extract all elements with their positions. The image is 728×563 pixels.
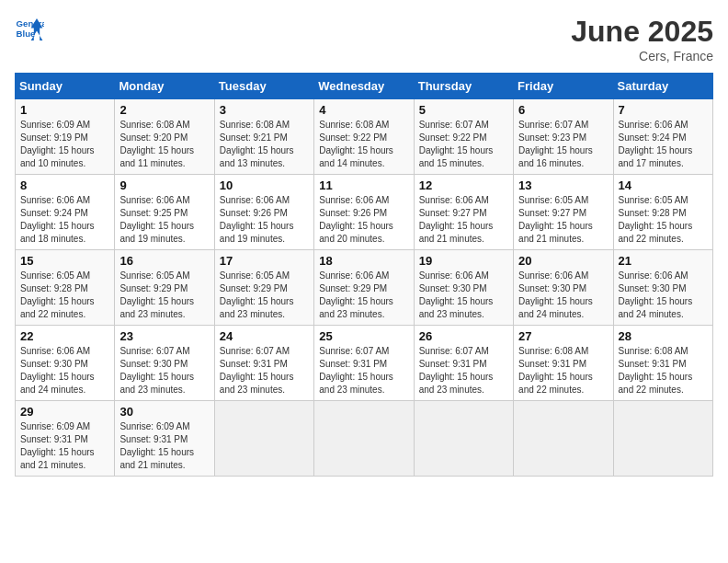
calendar-row: 29 Sunrise: 6:09 AM Sunset: 9:31 PM Dayl… <box>16 401 713 477</box>
day-cell: 28 Sunrise: 6:08 AM Sunset: 9:31 PM Dayl… <box>613 326 712 401</box>
calendar-row: 15 Sunrise: 6:05 AM Sunset: 9:28 PM Dayl… <box>16 250 713 326</box>
header-wednesday: Wednesday <box>314 74 414 99</box>
location: Cers, France <box>571 49 713 63</box>
day-cell: 13 Sunrise: 6:05 AM Sunset: 9:27 PM Dayl… <box>514 175 613 250</box>
title-area: June 2025 Cers, France <box>571 15 713 63</box>
day-cell: 4 Sunrise: 6:08 AM Sunset: 9:22 PM Dayli… <box>314 99 414 175</box>
weekday-header-row: Sunday Monday Tuesday Wednesday Thursday… <box>16 74 713 99</box>
day-cell: 19 Sunrise: 6:06 AM Sunset: 9:30 PM Dayl… <box>414 250 513 326</box>
day-cell: 18 Sunrise: 6:06 AM Sunset: 9:29 PM Dayl… <box>314 250 414 326</box>
day-cell: 6 Sunrise: 6:07 AM Sunset: 9:23 PM Dayli… <box>514 99 613 175</box>
header-tuesday: Tuesday <box>214 74 313 99</box>
header-saturday: Saturday <box>613 74 712 99</box>
day-cell: 8 Sunrise: 6:06 AM Sunset: 9:24 PM Dayli… <box>16 175 115 250</box>
calendar-row: 22 Sunrise: 6:06 AM Sunset: 9:30 PM Dayl… <box>16 326 713 401</box>
header-thursday: Thursday <box>414 74 513 99</box>
day-cell: 20 Sunrise: 6:06 AM Sunset: 9:30 PM Dayl… <box>514 250 613 326</box>
day-cell: 16 Sunrise: 6:05 AM Sunset: 9:29 PM Dayl… <box>115 250 214 326</box>
month-title: June 2025 <box>571 15 713 49</box>
empty-cell <box>214 401 313 477</box>
day-cell: 7 Sunrise: 6:06 AM Sunset: 9:24 PM Dayli… <box>613 99 712 175</box>
day-cell: 23 Sunrise: 6:07 AM Sunset: 9:30 PM Dayl… <box>115 326 214 401</box>
day-cell: 9 Sunrise: 6:06 AM Sunset: 9:25 PM Dayli… <box>115 175 214 250</box>
logo: General Blue <box>15 15 48 44</box>
empty-cell <box>314 401 414 477</box>
day-cell: 21 Sunrise: 6:06 AM Sunset: 9:30 PM Dayl… <box>613 250 712 326</box>
day-cell: 17 Sunrise: 6:05 AM Sunset: 9:29 PM Dayl… <box>214 250 313 326</box>
day-cell: 1 Sunrise: 6:09 AM Sunset: 9:19 PM Dayli… <box>16 99 115 175</box>
day-cell: 24 Sunrise: 6:07 AM Sunset: 9:31 PM Dayl… <box>214 326 313 401</box>
header-friday: Friday <box>514 74 613 99</box>
calendar-row: 8 Sunrise: 6:06 AM Sunset: 9:24 PM Dayli… <box>16 175 713 250</box>
day-cell: 12 Sunrise: 6:06 AM Sunset: 9:27 PM Dayl… <box>414 175 513 250</box>
empty-cell <box>613 401 712 477</box>
day-cell: 5 Sunrise: 6:07 AM Sunset: 9:22 PM Dayli… <box>414 99 513 175</box>
day-cell: 11 Sunrise: 6:06 AM Sunset: 9:26 PM Dayl… <box>314 175 414 250</box>
day-cell: 29 Sunrise: 6:09 AM Sunset: 9:31 PM Dayl… <box>16 401 115 477</box>
empty-cell <box>414 401 513 477</box>
header-sunday: Sunday <box>16 74 115 99</box>
day-cell: 26 Sunrise: 6:07 AM Sunset: 9:31 PM Dayl… <box>414 326 513 401</box>
header-monday: Monday <box>115 74 214 99</box>
day-cell: 15 Sunrise: 6:05 AM Sunset: 9:28 PM Dayl… <box>16 250 115 326</box>
day-cell: 30 Sunrise: 6:09 AM Sunset: 9:31 PM Dayl… <box>115 401 214 477</box>
day-cell: 22 Sunrise: 6:06 AM Sunset: 9:30 PM Dayl… <box>16 326 115 401</box>
day-cell: 14 Sunrise: 6:05 AM Sunset: 9:28 PM Dayl… <box>613 175 712 250</box>
page-header: General Blue June 2025 Cers, France <box>15 15 713 63</box>
svg-text:Blue: Blue <box>17 29 36 39</box>
day-cell: 2 Sunrise: 6:08 AM Sunset: 9:20 PM Dayli… <box>115 99 214 175</box>
empty-cell <box>514 401 613 477</box>
day-cell: 3 Sunrise: 6:08 AM Sunset: 9:21 PM Dayli… <box>214 99 313 175</box>
day-cell: 25 Sunrise: 6:07 AM Sunset: 9:31 PM Dayl… <box>314 326 414 401</box>
logo-icon: General Blue <box>15 15 44 44</box>
day-cell: 27 Sunrise: 6:08 AM Sunset: 9:31 PM Dayl… <box>514 326 613 401</box>
day-cell: 10 Sunrise: 6:06 AM Sunset: 9:26 PM Dayl… <box>214 175 313 250</box>
calendar-table: Sunday Monday Tuesday Wednesday Thursday… <box>15 73 713 477</box>
calendar-row: 1 Sunrise: 6:09 AM Sunset: 9:19 PM Dayli… <box>16 99 713 175</box>
